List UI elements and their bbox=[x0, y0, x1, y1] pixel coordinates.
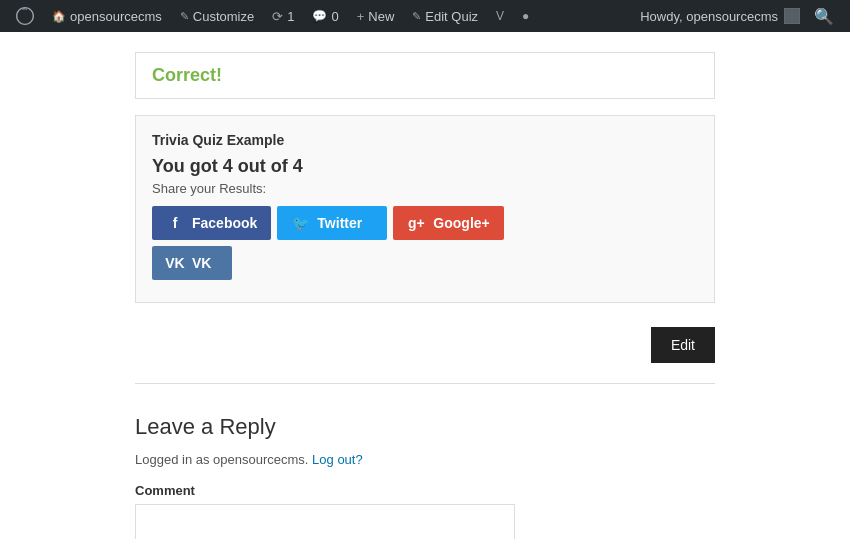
facebook-icon: f bbox=[166, 214, 184, 232]
wp-logo-item[interactable] bbox=[8, 0, 42, 32]
quiz-result-box: Trivia Quiz Example You got 4 out of 4 S… bbox=[135, 115, 715, 303]
adminbar-vendor[interactable]: V bbox=[488, 0, 512, 32]
edit-quiz-label: Edit Quiz bbox=[425, 9, 478, 24]
adminbar-comments[interactable]: 💬 0 bbox=[304, 0, 346, 32]
logged-in-text: Logged in as opensourcecms. Log out? bbox=[135, 452, 715, 467]
howdy-text: Howdy, opensourcecms bbox=[640, 9, 778, 24]
divider bbox=[135, 383, 715, 384]
quiz-title: Trivia Quiz Example bbox=[152, 132, 698, 148]
edit-btn-wrap: Edit bbox=[135, 327, 715, 363]
adminbar-circle[interactable]: ● bbox=[514, 0, 537, 32]
comment-label: Comment bbox=[135, 483, 715, 498]
adminbar-edit-quiz[interactable]: ✎ Edit Quiz bbox=[404, 0, 486, 32]
search-icon[interactable]: 🔍 bbox=[806, 7, 842, 26]
adminbar-updates[interactable]: ⟳ 1 bbox=[264, 0, 302, 32]
share-buttons: f Facebook 🐦 Twitter g+ Google+ bbox=[152, 206, 698, 240]
share-buttons-row2: VK VK bbox=[152, 246, 698, 280]
twitter-icon: 🐦 bbox=[291, 214, 309, 232]
customize-label: Customize bbox=[193, 9, 254, 24]
correct-banner: Correct! bbox=[135, 52, 715, 99]
user-avatar bbox=[784, 8, 800, 24]
adminbar-site[interactable]: 🏠 opensourcecms bbox=[44, 0, 170, 32]
adminbar-new[interactable]: + New bbox=[349, 0, 403, 32]
page-wrap: Correct! Trivia Quiz Example You got 4 o… bbox=[0, 32, 850, 539]
leave-reply-title: Leave a Reply bbox=[135, 414, 715, 440]
facebook-share-button[interactable]: f Facebook bbox=[152, 206, 271, 240]
edit-button[interactable]: Edit bbox=[651, 327, 715, 363]
spam-count: 0 bbox=[331, 9, 338, 24]
vk-label: VK bbox=[192, 255, 211, 271]
comment-textarea[interactable] bbox=[135, 504, 515, 539]
logged-in-as-text: Logged in as opensourcecms. bbox=[135, 452, 308, 467]
facebook-label: Facebook bbox=[192, 215, 257, 231]
vk-icon: VK bbox=[166, 254, 184, 272]
content-area: Correct! Trivia Quiz Example You got 4 o… bbox=[135, 32, 715, 539]
comments-count: 1 bbox=[287, 9, 294, 24]
admin-bar: 🏠 opensourcecms ✎ Customize ⟳ 1 💬 0 + Ne… bbox=[0, 0, 850, 32]
adminbar-customize[interactable]: ✎ Customize bbox=[172, 0, 262, 32]
site-name-label: opensourcecms bbox=[70, 9, 162, 24]
twitter-label: Twitter bbox=[317, 215, 362, 231]
logout-link[interactable]: Log out? bbox=[312, 452, 363, 467]
leave-reply-section: Leave a Reply Logged in as opensourcecms… bbox=[135, 414, 715, 539]
googleplus-label: Google+ bbox=[433, 215, 489, 231]
googleplus-icon: g+ bbox=[407, 214, 425, 232]
googleplus-share-button[interactable]: g+ Google+ bbox=[393, 206, 503, 240]
correct-text: Correct! bbox=[152, 65, 222, 85]
vk-share-button[interactable]: VK VK bbox=[152, 246, 232, 280]
new-label: New bbox=[368, 9, 394, 24]
share-label: Share your Results: bbox=[152, 181, 698, 196]
twitter-share-button[interactable]: 🐦 Twitter bbox=[277, 206, 387, 240]
quiz-score: You got 4 out of 4 bbox=[152, 156, 698, 177]
